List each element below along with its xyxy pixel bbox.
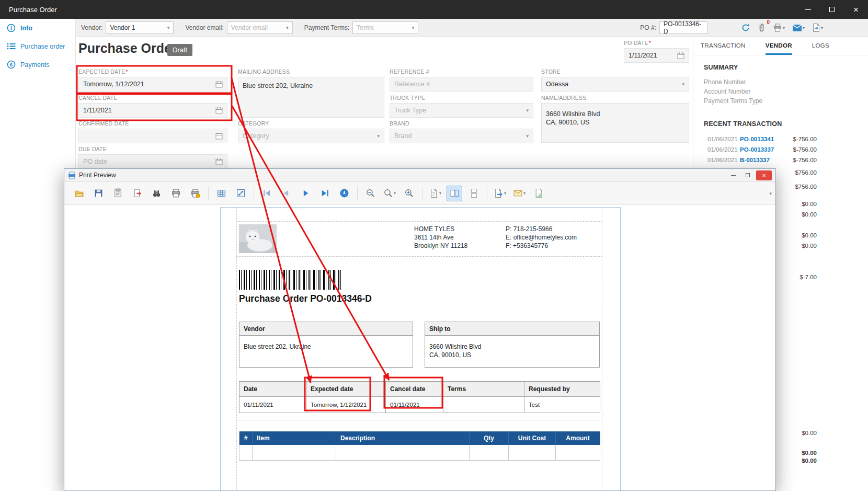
export-button[interactable]: ▾ <box>493 186 507 201</box>
confirmed-date-input[interactable] <box>78 129 227 143</box>
reference-placeholder: Reference # <box>394 81 430 88</box>
attachments-button[interactable]: 0 <box>757 22 767 33</box>
continuous-view-button[interactable] <box>466 186 481 201</box>
zoom-out-icon <box>366 188 375 198</box>
close-button[interactable]: × <box>844 0 868 19</box>
truck-type-select[interactable]: Truck Type▾ <box>390 103 533 118</box>
payment-terms-label: Payment Terms: <box>304 24 349 31</box>
transaction-link[interactable]: PO-0013337 <box>740 146 774 153</box>
required-mark: * <box>125 68 128 75</box>
po-info-table: Date Expected date Cancel date Terms Req… <box>239 381 600 413</box>
transaction-link[interactable]: PO-0013341 <box>740 136 774 142</box>
mailing-address-input[interactable]: Blue street 202, Ukraine <box>238 77 384 118</box>
name-address-input[interactable]: 3660 Wilshire Blvd CA, 90010, US <box>541 103 689 143</box>
next-page-button[interactable] <box>298 186 313 201</box>
payment-terms-select[interactable]: Terms ▾ <box>352 21 418 34</box>
minimize-button[interactable] <box>796 0 820 19</box>
quick-print-button[interactable] <box>188 186 202 201</box>
scale-button[interactable] <box>233 186 248 201</box>
scale-icon <box>236 188 246 198</box>
info-header-requested-by: Requested by <box>524 382 600 397</box>
vendor-email-label: Vendor email: <box>185 24 223 31</box>
due-date-input[interactable]: PO date <box>78 154 227 169</box>
caret-down-icon: ▾ <box>504 191 506 196</box>
print-preview-canvas[interactable]: HOME TYLES 3611 14th Ave Brooklyn NY 112… <box>64 205 775 490</box>
sidebar-item-info-label: Info <box>20 25 32 32</box>
last-page-button[interactable] <box>317 186 332 201</box>
watermark-button[interactable] <box>531 186 546 201</box>
send-email-button[interactable]: ▾ <box>512 186 527 201</box>
sidebar-item-info[interactable]: Info <box>0 19 75 37</box>
tab-vendor[interactable]: VENDOR <box>766 37 792 55</box>
tab-logs[interactable]: LOGS <box>812 37 829 55</box>
po-date-label-text: PO DATE <box>624 40 648 46</box>
caret-down-icon: ▾ <box>163 25 170 30</box>
transaction-amount: $756.00 <box>795 184 817 190</box>
brand-label: BRAND <box>390 120 533 127</box>
store-select[interactable]: Odessa▾ <box>541 77 689 92</box>
transaction-amount: $-756.00 <box>793 157 817 163</box>
preview-maximize-button[interactable] <box>740 169 755 181</box>
navigation-button[interactable] <box>337 186 351 201</box>
document-icon <box>812 23 820 32</box>
vendor-select[interactable]: Vendor 1 ▾ <box>106 21 174 34</box>
save-button[interactable] <box>91 186 106 201</box>
preview-close-button[interactable]: × <box>756 170 772 180</box>
print-button[interactable]: ▾ <box>772 22 786 33</box>
print-button[interactable] <box>168 186 183 201</box>
margin-guide <box>602 208 602 490</box>
document-title: Purchase Order PO-0013346-D <box>239 293 372 304</box>
zoom-in-icon <box>404 188 414 198</box>
mail-icon <box>792 24 802 32</box>
transaction-amount: $0.00 <box>802 430 817 436</box>
close-icon: × <box>853 5 859 14</box>
sidebar-item-payments[interactable]: $ Payments <box>0 55 75 74</box>
toolbar-overflow-icon[interactable]: ▾ <box>769 191 772 196</box>
print-preview-titlebar[interactable]: Print Preview × <box>64 169 775 182</box>
transaction-amount: $756.00 <box>795 169 817 176</box>
email-button[interactable]: ▾ <box>791 23 806 33</box>
sidebar-item-purchase-order[interactable]: Purchase order <box>0 37 75 55</box>
caret-down-icon: ▾ <box>282 25 289 30</box>
items-empty-cell <box>253 445 336 461</box>
margin-guide <box>236 221 602 222</box>
caret-down-icon: ▾ <box>523 191 526 196</box>
restore-button[interactable] <box>820 0 844 19</box>
clipboard-button[interactable] <box>110 186 125 201</box>
brand-select[interactable]: Brand▾ <box>390 129 533 143</box>
export-document-button[interactable] <box>130 186 144 201</box>
calendar-icon <box>215 158 223 165</box>
barcode <box>239 270 341 290</box>
preview-minimize-button[interactable] <box>726 169 740 181</box>
previous-page-button[interactable] <box>279 186 293 201</box>
expected-date-input[interactable]: Tomorrow, 1/12/2021 <box>78 77 227 92</box>
zoom-in-button[interactable] <box>402 186 416 201</box>
refresh-button[interactable] <box>740 22 751 33</box>
total-amount: $0.00 <box>802 458 817 464</box>
first-page-button[interactable] <box>259 186 274 201</box>
reference-input[interactable]: Reference # <box>390 77 533 92</box>
tab-transaction[interactable]: TRANSACTION <box>701 37 746 55</box>
dollar-icon: $ <box>7 60 16 69</box>
po-number-input[interactable]: PO-0013346-D <box>659 21 707 34</box>
items-table: # Item Description Qty Unit Cost Amount <box>239 431 600 461</box>
next-page-icon <box>301 188 311 198</box>
po-date-input[interactable]: 1/11/2021 <box>624 48 689 63</box>
mailing-address-label: MAILING ADDRESS <box>238 68 384 75</box>
cancel-date-input[interactable]: 1/11/2021 <box>78 103 227 118</box>
open-button[interactable] <box>72 186 86 201</box>
truck-type-placeholder: Truck Type <box>394 107 426 114</box>
transaction-link[interactable]: B-0013337 <box>740 157 770 163</box>
zoom-button[interactable]: ▾ <box>382 186 397 201</box>
new-document-button[interactable]: ▾ <box>811 22 824 33</box>
quick-print-icon <box>190 188 200 198</box>
page-setup-button[interactable]: ▾ <box>428 186 442 201</box>
find-button[interactable] <box>149 186 164 201</box>
vendor-email-select[interactable]: Vendor email ▾ <box>227 21 293 34</box>
category-field: CATEGORY Category▾ <box>238 120 384 143</box>
zoom-out-button[interactable] <box>363 186 378 201</box>
facing-pages-button[interactable] <box>447 186 462 201</box>
maximize-icon <box>746 173 750 177</box>
category-select[interactable]: Category▾ <box>238 129 384 143</box>
page-setup-grid-button[interactable] <box>214 186 229 201</box>
